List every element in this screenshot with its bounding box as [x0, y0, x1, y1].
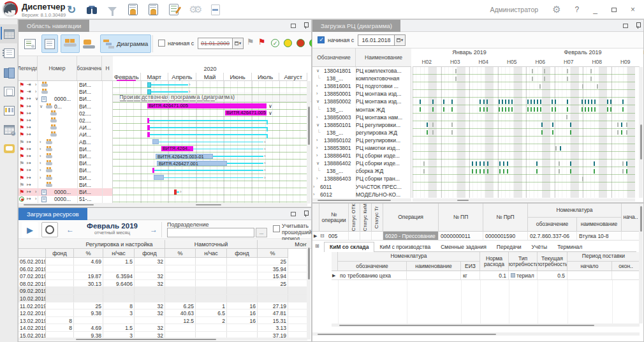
- resource-row[interactable]: 10.02.2019: [18, 295, 307, 302]
- timeline-row[interactable]: [413, 144, 635, 152]
- tree-row[interactable]: ⚑↦02....: [18, 110, 113, 117]
- expander-icon[interactable]: ∨: [40, 103, 43, 110]
- gantt-bar[interactable]: [147, 89, 151, 94]
- rc-tree-row[interactable]: ∨138041801РЦ комплектова...: [312, 67, 411, 75]
- col-name[interactable]: наименование: [577, 218, 622, 232]
- nested-hscrollbar[interactable]: [332, 323, 640, 327]
- resource-row[interactable]: 12.02.20199.3833240.636.51647.81: [18, 309, 307, 317]
- timeline-row[interactable]: [413, 114, 635, 121]
- gantt-row[interactable]: [113, 95, 307, 102]
- subcol-header[interactable]: н/час: [196, 249, 227, 258]
- col-designation[interactable]: Обозначение: [77, 56, 102, 80]
- rc-tree-row[interactable]: ∨138886402РЦ сборки изде...: [312, 160, 411, 167]
- timeline-week-label[interactable]: Н06: [526, 57, 555, 66]
- col-norm[interactable]: Норма расхода: [480, 252, 509, 271]
- gantt-row[interactable]: ›ВИТЯ.4264..: [113, 145, 307, 152]
- col-legend[interactable]: Легенда: [18, 56, 38, 80]
- gantt-hscrollbar[interactable]: [113, 203, 307, 206]
- timeline-row[interactable]: [413, 152, 635, 160]
- gantt-bar[interactable]: ВИТЯ.426471.005: [225, 110, 267, 115]
- timeline-week-label[interactable]: Н07: [555, 57, 583, 66]
- rc-tree-hscrollbar[interactable]: [312, 198, 411, 202]
- gantt-row[interactable]: ›: [113, 81, 307, 88]
- detail-tab-2[interactable]: КиМ с производства: [374, 242, 435, 253]
- expander-icon[interactable]: ›: [316, 90, 318, 98]
- gantt-bar[interactable]: [152, 168, 154, 173]
- tree-row[interactable]: ⚑↦›ВИ...: [18, 152, 113, 160]
- expander-icon[interactable]: ›: [40, 145, 41, 153]
- refresh-button[interactable]: ↻: [64, 3, 79, 17]
- tree-row[interactable]: ⚑↦02....: [18, 117, 113, 124]
- rc-start-date-field[interactable]: 16.01.2018: [358, 34, 395, 46]
- nav-tree-hscrollbar[interactable]: [18, 203, 113, 206]
- resource-row[interactable]: 09.02.2019: [18, 287, 307, 295]
- detail-tab-6[interactable]: Терминал: [552, 242, 587, 253]
- gantt-row[interactable]: ›: [113, 138, 307, 145]
- rc-tree-row[interactable]: ∨138850002РЦ монтажа изд...: [312, 98, 411, 105]
- gantt-bar[interactable]: ВИТЯ.426427.001: [157, 161, 227, 166]
- tab-rc-diagram[interactable]: Загрузка РЦ (диаграмма): [312, 20, 400, 32]
- worker-tasks-2-button[interactable]: [145, 3, 161, 17]
- rc-tree-row[interactable]: └138_...комплектовочная: [312, 75, 411, 82]
- gantt-row[interactable]: [113, 131, 307, 138]
- gantt-row[interactable]: ›: [113, 174, 307, 181]
- filter-button[interactable]: [105, 3, 120, 17]
- col-pp[interactable]: № ПП: [439, 204, 483, 232]
- col-eiz[interactable]: ЕИЗ: [461, 262, 480, 271]
- resource-row[interactable]: 08.02.201930.139.64063225: [18, 280, 307, 288]
- detail-tab-1[interactable]: КиМ со склада: [324, 242, 374, 252]
- timeline-week-label[interactable]: Н03: [441, 57, 470, 66]
- col-current-need[interactable]: Текущая потребность: [538, 252, 567, 271]
- col-end[interactable]: окон..: [612, 262, 640, 271]
- expander-icon[interactable]: ›: [40, 174, 41, 182]
- tree-row[interactable]: ⚑⇥›ВИ...: [18, 81, 113, 89]
- gantt-row[interactable]: ВИТЯ.426471.005∨: [113, 103, 307, 110]
- col-name[interactable]: наименование: [407, 262, 461, 271]
- col-start[interactable]: нача..: [622, 204, 640, 232]
- status-red-button[interactable]: [296, 39, 305, 47]
- status-yellow-button[interactable]: [284, 39, 292, 47]
- rc-tree-row[interactable]: └138_...регулировка ЖД: [312, 129, 411, 137]
- expander-icon[interactable]: ›: [316, 175, 318, 182]
- list-view-button[interactable]: [41, 34, 58, 53]
- subcol-header[interactable]: %: [258, 249, 288, 258]
- panel-maximize-icon[interactable]: [623, 24, 628, 28]
- timeline-row[interactable]: [413, 75, 635, 82]
- gantt-bar[interactable]: [147, 118, 149, 123]
- gantt-row[interactable]: [113, 124, 307, 131]
- gantt-row[interactable]: [113, 195, 307, 202]
- timeline-week-label[interactable]: Н08: [583, 57, 611, 66]
- chevron-down-icon[interactable]: ∨: [268, 103, 272, 110]
- gantt-month-label[interactable]: Март: [141, 73, 169, 81]
- col-status-tg[interactable]: Статус Тг: [372, 204, 383, 232]
- timeline-row[interactable]: [413, 106, 635, 114]
- detail-tab-4[interactable]: Передачи: [492, 242, 527, 253]
- rc-tree-row[interactable]: ›6012МОДЕЛЬНО-КО...: [312, 191, 411, 198]
- tree-row[interactable]: ⚑↦›АВ...: [18, 138, 113, 146]
- col-prp[interactable]: № ПрП: [483, 204, 528, 232]
- tab-navigation-area[interactable]: Область навигации: [18, 20, 89, 32]
- tree-row[interactable]: ⚑↦ВИ...: [18, 181, 113, 189]
- sidebar-item-journal[interactable]: [0, 43, 18, 63]
- col-designation[interactable]: Обозначение: [312, 48, 356, 66]
- rc-tree-row[interactable]: ›6011УЧАСТОК ПРЕС...: [312, 183, 411, 191]
- gantt-bar[interactable]: [147, 132, 150, 137]
- help-button[interactable]: ?: [575, 5, 580, 14]
- timeline-week-label[interactable]: Н02: [413, 57, 441, 66]
- settings-icon[interactable]: ⚙: [552, 4, 560, 15]
- gantt-month-label[interactable]: Август: [279, 73, 307, 81]
- timeline-row[interactable]: [413, 175, 635, 182]
- gantt-row[interactable]: [113, 181, 307, 188]
- expander-icon[interactable]: ∨: [316, 67, 319, 75]
- timeline-vscrollbar[interactable]: [639, 67, 643, 198]
- gantt-row[interactable]: ›: [113, 88, 307, 95]
- gantt-bar[interactable]: [174, 190, 177, 195]
- timeline-row[interactable]: [413, 183, 635, 191]
- timeline-row[interactable]: [413, 121, 635, 129]
- col-status-kim[interactable]: Статус КиМ: [360, 204, 372, 232]
- rc-tree-row[interactable]: ∨138850101РЦ регулировки...: [312, 121, 411, 129]
- expander-icon[interactable]: ›: [35, 188, 36, 196]
- timeline-row[interactable]: [413, 160, 635, 167]
- tree-row[interactable]: ⚑↦›ВИ...: [18, 167, 113, 174]
- chevron-down-icon[interactable]: ∨: [268, 110, 272, 117]
